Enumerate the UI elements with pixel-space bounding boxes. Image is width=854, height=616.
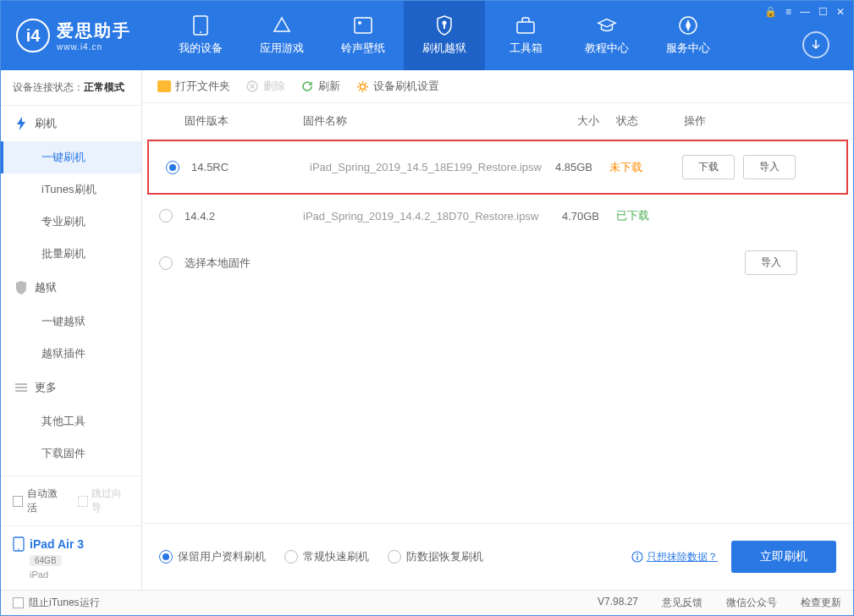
toolbar-refresh[interactable]: 刷新 bbox=[300, 79, 340, 94]
toolbar-settings[interactable]: 设备刷机设置 bbox=[355, 79, 439, 94]
top-nav: 我的设备 应用游戏 铃声壁纸 刷机越狱 工具箱 教程中心 服务中心 bbox=[160, 1, 729, 70]
lock-icon[interactable]: 🔒 bbox=[764, 6, 777, 18]
skip-guide-checkbox[interactable]: 跳过向导 bbox=[78, 487, 130, 515]
svg-point-3 bbox=[358, 21, 361, 25]
nav-service[interactable]: 服务中心 bbox=[647, 1, 729, 70]
sidebar-item-oneclick-jailbreak[interactable]: 一键越狱 bbox=[1, 305, 141, 338]
app-name: 爱思助手 bbox=[57, 19, 131, 42]
firmware-row[interactable]: 14.4.2 iPad_Spring_2019_14.4.2_18D70_Res… bbox=[142, 195, 853, 237]
firmware-row[interactable]: 14.5RC iPad_Spring_2019_14.5_18E199_Rest… bbox=[147, 140, 848, 195]
sidebar-item-other-tools[interactable]: 其他工具 bbox=[1, 405, 141, 437]
footer-feedback[interactable]: 意见反馈 bbox=[662, 596, 702, 610]
sidebar-group-flash[interactable]: 刷机 bbox=[1, 106, 141, 141]
svg-rect-5 bbox=[444, 25, 445, 29]
svg-point-16 bbox=[636, 553, 638, 555]
device-storage-badge: 64GB bbox=[30, 555, 62, 566]
nav-tutorials[interactable]: 教程中心 bbox=[566, 1, 647, 70]
svg-point-1 bbox=[200, 31, 201, 33]
graduation-icon bbox=[597, 15, 617, 36]
flash-now-button[interactable]: 立即刷机 bbox=[731, 541, 836, 573]
opt-quick-flash[interactable]: 常规快速刷机 bbox=[284, 549, 369, 564]
sidebar-group-more[interactable]: 更多 bbox=[1, 370, 141, 405]
minimize-icon[interactable]: — bbox=[800, 6, 810, 18]
svg-point-12 bbox=[18, 548, 19, 550]
toolbar-open-folder[interactable]: 打开文件夹 bbox=[157, 79, 230, 94]
sidebar-item-advanced[interactable]: 高级功能 bbox=[1, 470, 141, 476]
radio-button bbox=[388, 550, 401, 564]
shield-icon bbox=[14, 281, 28, 294]
compass-icon bbox=[678, 15, 698, 36]
status-bar: 阻止iTunes运行 V7.98.27 意见反馈 微信公众号 检查更新 bbox=[1, 590, 853, 615]
sidebar-item-itunes-flash[interactable]: iTunes刷机 bbox=[1, 173, 141, 206]
radio-button[interactable] bbox=[159, 256, 173, 270]
picture-icon bbox=[353, 15, 373, 36]
footer-wechat[interactable]: 微信公众号 bbox=[726, 596, 777, 610]
svg-rect-10 bbox=[15, 390, 27, 392]
checkbox-icon bbox=[13, 496, 23, 507]
sidebar-group-jailbreak[interactable]: 越狱 bbox=[1, 270, 141, 305]
sidebar-item-batch-flash[interactable]: 批量刷机 bbox=[1, 238, 141, 270]
opt-anti-recovery[interactable]: 防数据恢复刷机 bbox=[388, 549, 483, 564]
radio-button[interactable] bbox=[166, 161, 179, 174]
info-icon bbox=[631, 551, 643, 563]
erase-data-link[interactable]: 只想抹除数据？ bbox=[631, 550, 718, 564]
nav-toolbox[interactable]: 工具箱 bbox=[485, 1, 566, 70]
sidebar-item-download-firmware[interactable]: 下载固件 bbox=[1, 437, 141, 470]
app-header: i4 爱思助手 www.i4.cn 我的设备 应用游戏 铃声壁纸 刷机越狱 工具… bbox=[1, 1, 853, 70]
version-label: V7.98.27 bbox=[598, 596, 638, 610]
close-icon[interactable]: ✕ bbox=[836, 6, 845, 18]
toolbox-icon bbox=[515, 15, 536, 36]
toolbar-delete[interactable]: 删除 bbox=[245, 79, 285, 94]
flash-options-bar: 保留用户资料刷机 常规快速刷机 防数据恢复刷机 只想抹除数据？ 立即刷机 bbox=[142, 523, 853, 590]
svg-point-4 bbox=[443, 21, 447, 25]
svg-point-14 bbox=[360, 84, 365, 89]
svg-rect-6 bbox=[517, 22, 534, 33]
block-itunes-checkbox[interactable]: 阻止iTunes运行 bbox=[13, 596, 100, 610]
content-area: 打开文件夹 删除 刷新 设备刷机设置 固件版本 固件名称 大小 状态 操作 bbox=[142, 70, 853, 590]
menu-icon[interactable]: ≡ bbox=[785, 6, 791, 18]
apps-icon bbox=[272, 15, 292, 36]
import-button[interactable]: 导入 bbox=[743, 155, 796, 179]
local-firmware-row[interactable]: 选择本地固件 导入 bbox=[142, 237, 853, 289]
svg-rect-2 bbox=[355, 18, 372, 33]
table-header: 固件版本 固件名称 大小 状态 操作 bbox=[142, 103, 853, 140]
nav-apps[interactable]: 应用游戏 bbox=[241, 1, 322, 70]
col-version: 固件版本 bbox=[185, 113, 303, 129]
col-action: 操作 bbox=[684, 113, 836, 129]
import-button[interactable]: 导入 bbox=[745, 250, 797, 275]
nav-ringtones[interactable]: 铃声壁纸 bbox=[322, 1, 404, 70]
tablet-icon bbox=[13, 536, 25, 552]
nav-flash-jailbreak[interactable]: 刷机越狱 bbox=[404, 1, 485, 70]
folder-icon bbox=[157, 80, 171, 93]
sidebar-item-oneclick-flash[interactable]: 一键刷机 bbox=[1, 141, 141, 173]
shield-key-icon bbox=[434, 15, 455, 36]
window-controls: 🔒 ≡ — ☐ ✕ bbox=[764, 6, 845, 18]
toolbar: 打开文件夹 删除 刷新 设备刷机设置 bbox=[142, 70, 853, 103]
device-name[interactable]: iPad Air 3 bbox=[13, 536, 129, 552]
maximize-icon[interactable]: ☐ bbox=[818, 6, 828, 18]
app-logo-icon: i4 bbox=[16, 19, 50, 52]
sidebar-item-jailbreak-plugins[interactable]: 越狱插件 bbox=[1, 338, 141, 370]
download-button[interactable]: 下载 bbox=[682, 155, 735, 179]
nav-my-device[interactable]: 我的设备 bbox=[160, 1, 241, 70]
logo-area: i4 爱思助手 www.i4.cn bbox=[1, 19, 160, 52]
delete-icon bbox=[245, 80, 259, 93]
radio-button bbox=[284, 550, 298, 564]
connection-status: 设备连接状态：正常模式 bbox=[1, 70, 141, 106]
svg-rect-8 bbox=[15, 383, 27, 385]
sidebar-item-pro-flash[interactable]: 专业刷机 bbox=[1, 206, 141, 238]
opt-keep-data[interactable]: 保留用户资料刷机 bbox=[159, 549, 266, 564]
footer-check-update[interactable]: 检查更新 bbox=[801, 596, 841, 610]
sidebar: 设备连接状态：正常模式 刷机 一键刷机 iTunes刷机 专业刷机 批量刷机 越… bbox=[1, 70, 142, 590]
auto-activate-checkbox[interactable]: 自动激活 bbox=[13, 487, 66, 515]
radio-button bbox=[159, 550, 173, 564]
checkbox-icon bbox=[78, 496, 88, 507]
download-circle-icon[interactable] bbox=[802, 31, 829, 58]
refresh-icon bbox=[300, 80, 314, 93]
device-icon bbox=[190, 15, 211, 36]
svg-rect-17 bbox=[636, 556, 637, 560]
col-status: 状态 bbox=[616, 113, 684, 129]
device-type: iPad bbox=[30, 569, 129, 580]
device-info: iPad Air 3 64GB iPad bbox=[1, 525, 141, 590]
radio-button[interactable] bbox=[159, 209, 173, 223]
